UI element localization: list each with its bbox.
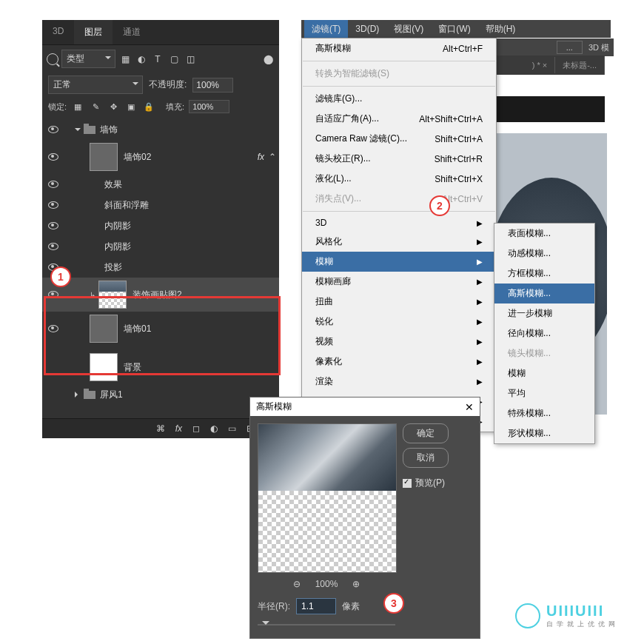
submenu-surface-blur[interactable]: 表面模糊... xyxy=(494,224,594,244)
submenu-blur-more[interactable]: 进一步模糊 xyxy=(494,303,594,323)
mask-icon[interactable]: ◻ xyxy=(192,423,200,434)
doc-tab-untitled[interactable]: 未标题-... xyxy=(555,56,605,75)
layers-panel: 3D 图层 通道 类型 ▦ ◐ T ▢ ◫ ⬤ 正常 不透明度: 100% 锁定… xyxy=(42,20,279,438)
doc-tab-1[interactable]: ) * × xyxy=(525,57,555,73)
effect-inner-shadow-2[interactable]: 内阴影 xyxy=(42,236,279,257)
link-icon[interactable]: ⌘ xyxy=(156,423,165,434)
preview-image[interactable] xyxy=(258,423,397,573)
menu-adaptive-wide[interactable]: 自适应广角(A)...Alt+Shift+Ctrl+A xyxy=(302,109,496,129)
disclosure-icon[interactable] xyxy=(75,392,81,398)
tab-layers[interactable]: 图层 xyxy=(74,20,113,44)
cancel-button[interactable]: 取消 xyxy=(403,448,449,468)
submenu-motion-blur[interactable]: 动感模糊... xyxy=(494,244,594,264)
menu-blur-gallery[interactable]: 模糊画廊▶ xyxy=(302,272,496,292)
folder-icon xyxy=(84,126,95,134)
effect-inner-shadow[interactable]: 内阴影 xyxy=(42,215,279,236)
dialog-title: 高斯模糊 xyxy=(256,400,292,413)
preview-checkbox-row[interactable]: 预览(P) xyxy=(403,477,449,489)
effect-name: 投影 xyxy=(104,262,122,272)
panel-tabs: 3D 图层 通道 xyxy=(42,20,279,45)
menu-blur[interactable]: 模糊▶ xyxy=(302,252,496,272)
opacity-input[interactable]: 100% xyxy=(192,78,233,93)
filter-toggle-icon[interactable]: ⬤ xyxy=(261,53,275,66)
filter-type-dropdown[interactable]: 类型 xyxy=(61,50,115,68)
fx-indicator[interactable]: fx xyxy=(258,152,264,162)
submenu-average[interactable]: 平均 xyxy=(494,383,594,403)
zoom-out-icon[interactable]: ⊖ xyxy=(293,579,301,589)
effects-header[interactable]: 效果 xyxy=(42,174,279,195)
arrow-icon: ▶ xyxy=(477,358,483,366)
menu-window[interactable]: 窗口(W) xyxy=(431,20,477,38)
app-menubar: 滤镜(T) 3D(D) 视图(V) 窗口(W) 帮助(H) xyxy=(301,20,611,38)
chevron-icon[interactable]: ⌃ xyxy=(269,152,276,162)
lock-artboard-icon[interactable]: ▣ xyxy=(124,100,138,113)
lock-all-icon[interactable]: 🔒 xyxy=(142,100,155,113)
checkbox-icon[interactable] xyxy=(403,479,412,488)
submenu-box-blur[interactable]: 方框模糊... xyxy=(494,264,594,284)
layer-wall02[interactable]: 墙饰02 fx ⌃ xyxy=(42,140,279,174)
lock-move-icon[interactable]: ✥ xyxy=(107,100,120,113)
menu-liquify[interactable]: 液化(L)...Shift+Ctrl+X xyxy=(302,169,496,189)
toolbar-3d[interactable]: 3D 模 xyxy=(588,42,609,53)
layers-bottom-bar: ⌘ fx ◻ ◐ ▭ ⊞ 🗑 xyxy=(42,418,279,438)
lock-brush-icon[interactable]: ✎ xyxy=(89,100,102,113)
effect-drop-shadow[interactable]: 投影 xyxy=(42,257,279,278)
filter-shape-icon[interactable]: ▢ xyxy=(167,53,181,66)
visibility-toggle[interactable] xyxy=(45,181,61,188)
filter-text-icon[interactable]: T xyxy=(151,53,164,66)
folder-icon xyxy=(84,391,95,399)
menu-last-filter[interactable]: 高斯模糊Alt+Ctrl+F xyxy=(302,38,496,58)
visibility-toggle[interactable] xyxy=(45,201,61,209)
submenu-gaussian-blur[interactable]: 高斯模糊... xyxy=(494,284,594,303)
radius-slider[interactable] xyxy=(258,619,395,631)
toolbar-dots[interactable]: ... xyxy=(557,41,583,54)
submenu-blur[interactable]: 模糊 xyxy=(494,363,594,383)
gaussian-blur-dialog: 高斯模糊 ✕ ⊖ 100% ⊕ 半径(R): 1.1 像素 确定 取消 预览(P… xyxy=(249,397,480,639)
visibility-toggle[interactable] xyxy=(45,126,61,133)
menu-video[interactable]: 视频▶ xyxy=(302,332,496,352)
filter-menu: 高斯模糊Alt+Ctrl+F 转换为智能滤镜(S) 滤镜库(G)... 自适应广… xyxy=(301,38,497,432)
menu-render[interactable]: 渲染▶ xyxy=(302,372,496,392)
zoom-in-icon[interactable]: ⊕ xyxy=(352,579,360,589)
slider-thumb-icon[interactable] xyxy=(262,621,269,628)
filter-smart-icon[interactable]: ◫ xyxy=(184,53,197,66)
visibility-toggle[interactable] xyxy=(45,153,61,161)
menu-lens-correction[interactable]: 镜头校正(R)...Shift+Ctrl+R xyxy=(302,149,496,169)
blend-mode-dropdown[interactable]: 正常 xyxy=(48,76,143,94)
tab-channels[interactable]: 通道 xyxy=(113,20,151,44)
visibility-toggle[interactable] xyxy=(45,243,61,250)
tab-3d[interactable]: 3D xyxy=(42,20,74,44)
group-icon[interactable]: ▭ xyxy=(228,423,236,434)
lock-row: 锁定: ▦ ✎ ✥ ▣ 🔒 填充: 100% xyxy=(42,97,279,116)
menu-filter-gallery[interactable]: 滤镜库(G)... xyxy=(302,89,496,109)
dialog-titlebar[interactable]: 高斯模糊 ✕ xyxy=(250,398,480,416)
fill-input[interactable]: 100% xyxy=(189,100,229,113)
menu-help[interactable]: 帮助(H) xyxy=(478,20,523,38)
submenu-smart-blur[interactable]: 特殊模糊... xyxy=(494,403,594,423)
menu-3d[interactable]: 3D(D) xyxy=(348,21,386,37)
menu-3d[interactable]: 3D▶ xyxy=(302,214,496,232)
submenu-shape-blur[interactable]: 形状模糊... xyxy=(494,423,594,443)
disclosure-icon[interactable] xyxy=(75,128,81,134)
group-wallart[interactable]: 墙饰 xyxy=(42,119,279,140)
filter-pixel-icon[interactable]: ▦ xyxy=(118,53,132,66)
menu-stylize[interactable]: 风格化▶ xyxy=(302,232,496,252)
menu-distort[interactable]: 扭曲▶ xyxy=(302,292,496,312)
ok-button[interactable]: 确定 xyxy=(403,423,449,443)
group-screen[interactable]: 屏风1 xyxy=(42,384,279,405)
filter-adjust-icon[interactable]: ◐ xyxy=(135,53,148,66)
visibility-toggle[interactable] xyxy=(45,222,61,229)
menu-filter[interactable]: 滤镜(T) xyxy=(304,20,348,38)
menu-view[interactable]: 视图(V) xyxy=(386,20,431,38)
menu-pixelate[interactable]: 像素化▶ xyxy=(302,352,496,372)
close-icon[interactable]: ✕ xyxy=(465,401,474,413)
radius-input[interactable]: 1.1 xyxy=(296,598,336,614)
menu-camera-raw[interactable]: Camera Raw 滤镜(C)...Shift+Ctrl+A xyxy=(302,129,496,149)
adjustment-icon[interactable]: ◐ xyxy=(210,423,218,434)
lock-pixels-icon[interactable]: ▦ xyxy=(71,100,84,113)
fx-icon[interactable]: fx xyxy=(175,423,182,434)
menu-sharpen[interactable]: 锐化▶ xyxy=(302,312,496,332)
submenu-radial-blur[interactable]: 径向模糊... xyxy=(494,323,594,343)
layer-name: 墙饰02 xyxy=(124,151,258,164)
effect-bevel[interactable]: 斜面和浮雕 xyxy=(42,195,279,215)
